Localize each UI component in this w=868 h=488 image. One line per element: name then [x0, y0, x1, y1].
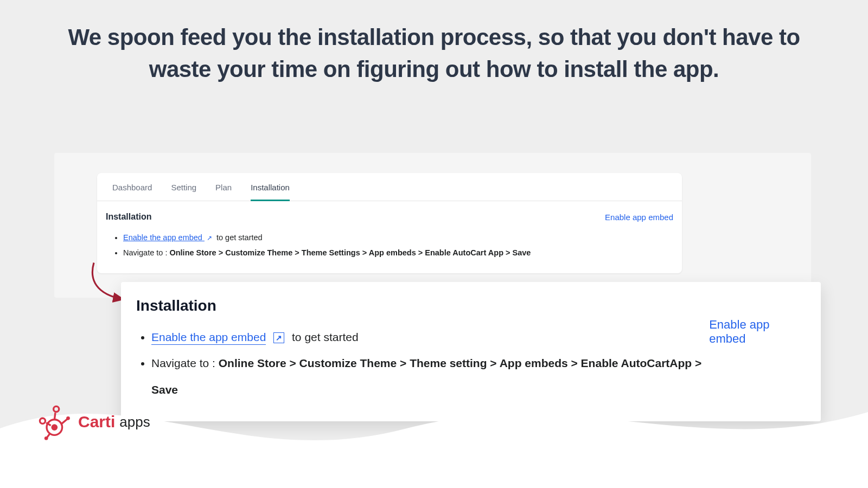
card1-title: Installation	[106, 212, 151, 222]
tab-bar: Dashboard Setting Plan Installation	[97, 173, 682, 201]
svg-point-2	[40, 418, 45, 423]
svg-point-3	[54, 406, 59, 412]
card2-bullet2-path: Online Store > Customize Theme > Theme s…	[151, 357, 701, 395]
enable-app-embed-link[interactable]: Enable app embed	[605, 213, 673, 222]
installation-card-zoom: Installation Enable the app embed ↗ to g…	[121, 282, 821, 421]
tab-setting[interactable]: Setting	[171, 183, 196, 201]
card2-bullet1-rest: to get started	[292, 331, 359, 343]
logo-brand-text: Carti	[78, 413, 115, 431]
tab-dashboard[interactable]: Dashboard	[112, 183, 152, 201]
card2-title: Installation	[136, 297, 709, 314]
svg-line-8	[62, 419, 67, 423]
svg-line-9	[47, 434, 50, 438]
installation-card-small: Dashboard Setting Plan Installation Inst…	[97, 173, 682, 273]
enable-embed-inline-link-lg[interactable]: Enable the app embed	[151, 331, 266, 345]
external-link-icon: ↗	[207, 234, 212, 242]
card2-bullet2-pre: Navigate to :	[151, 357, 219, 369]
svg-point-1	[52, 425, 56, 429]
card1-bullet-1: Enable the app embed ↗ to get started	[123, 230, 673, 246]
carti-logo-icon	[33, 399, 78, 445]
external-link-icon: ↗	[273, 332, 284, 343]
logo-suffix-text: apps	[119, 414, 150, 431]
card1-bullet2-pre: Navigate to :	[123, 248, 169, 257]
card1-bullet2-path: Online Store > Customize Theme > Theme S…	[169, 248, 531, 257]
card2-bullet-1: Enable the app embed ↗ to get started	[151, 324, 709, 350]
card1-bullet1-rest: to get started	[216, 233, 263, 242]
tab-plan[interactable]: Plan	[215, 183, 232, 201]
enable-embed-inline-link[interactable]: Enable the app embed	[123, 233, 205, 242]
brand-logo: Carti apps	[33, 399, 150, 445]
card1-bullet-2: Navigate to : Online Store > Customize T…	[123, 246, 673, 261]
svg-line-7	[54, 413, 55, 420]
page-headline: We spoon feed you the installation proce…	[0, 0, 868, 86]
card2-bullet-2: Navigate to : Online Store > Customize T…	[151, 350, 709, 403]
tab-installation[interactable]: Installation	[251, 183, 290, 201]
enable-app-embed-link-lg[interactable]: Enable app embed	[709, 318, 806, 346]
